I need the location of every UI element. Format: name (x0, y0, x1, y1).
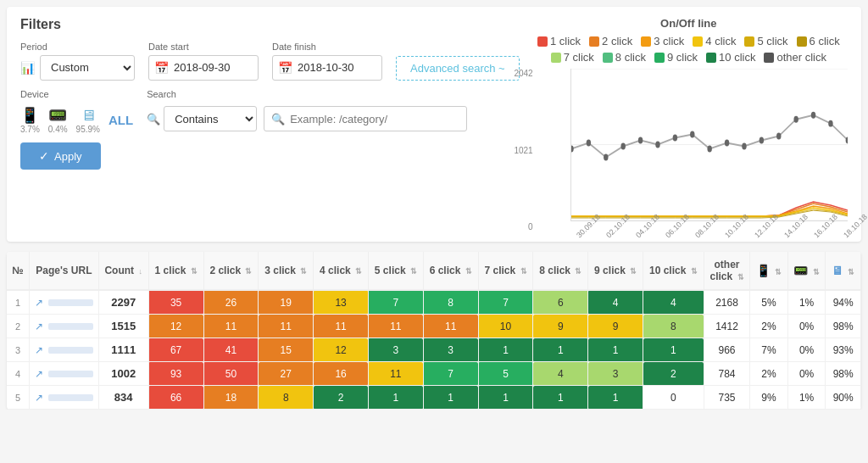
table-row: 4 ↗ 1002 935027161175432 784 2% 0% 98% (7, 362, 861, 386)
svg-point-13 (742, 143, 746, 150)
col-10click[interactable]: 10 click ⇅ (643, 252, 704, 290)
apply-button[interactable]: ✓ Apply (20, 142, 101, 170)
row-click-1: 93 (148, 362, 203, 386)
row-tablet: 1% (787, 290, 826, 315)
data-table: № Page's URL Count ↓ 1 click ⇅ 2 click ⇅… (7, 252, 861, 410)
8click-sort-icon: ⇅ (575, 267, 581, 276)
row-click-1: 66 (148, 386, 203, 410)
row-num: 3 (7, 338, 30, 362)
svg-point-4 (586, 140, 590, 147)
col-desktop[interactable]: 🖥 ⇅ (826, 252, 861, 290)
row-other: 1412 (704, 315, 750, 338)
row-url: ↗ (30, 362, 98, 386)
col-tablet[interactable]: 📟 ⇅ (787, 252, 826, 290)
url-bar (48, 347, 92, 354)
row-click-9: 3 (588, 362, 643, 386)
legend-5click: 5 click (744, 35, 787, 47)
period-icon: 📊 (20, 61, 35, 75)
row-count: 1111 (98, 338, 148, 362)
row-click-9: 4 (588, 290, 643, 315)
row-count: 2297 (98, 290, 148, 315)
advanced-search-group: Advanced search ~ (396, 56, 520, 81)
row-click-4: 13 (314, 290, 369, 315)
row-click-2: 50 (203, 362, 259, 386)
svg-point-17 (810, 112, 815, 119)
date-finish-label: Date finish (272, 42, 382, 52)
col-3click[interactable]: 3 click ⇅ (259, 252, 314, 290)
url-link-icon[interactable]: ↗ (35, 392, 43, 404)
col-6click[interactable]: 6 click ⇅ (423, 252, 478, 290)
date-finish-input[interactable] (298, 61, 374, 74)
chart-svg (571, 69, 848, 220)
col-1click[interactable]: 1 click ⇅ (148, 252, 203, 290)
col-9click[interactable]: 9 click ⇅ (588, 252, 643, 290)
legend-6click: 6 click (797, 35, 840, 47)
row-desktop: 90% (826, 386, 861, 410)
search-input[interactable] (290, 113, 459, 126)
row-click-9: 1 (588, 338, 643, 362)
all-devices-filter[interactable]: ALL (108, 113, 133, 127)
svg-point-3 (571, 145, 574, 152)
y-label-mid: 1021 (503, 146, 533, 155)
col-url: Page's URL (30, 252, 98, 290)
chart-title: On/Off line (530, 17, 848, 30)
search-input-icon: 🔍 (271, 113, 285, 126)
col-num: № (7, 252, 30, 290)
col-4click[interactable]: 4 click ⇅ (314, 252, 369, 290)
row-click-8: 6 (533, 290, 588, 315)
legend-otherclick: other click (764, 51, 826, 64)
row-click-10: 1 (643, 338, 704, 362)
row-url: ↗ (30, 290, 98, 315)
svg-point-18 (828, 120, 832, 127)
col-count[interactable]: Count ↓ (98, 252, 148, 290)
svg-point-15 (776, 133, 781, 140)
filters-panel: Filters Period 📊 Custom Last 7 days Last… (7, 7, 861, 242)
row-click-5: 1 (368, 386, 423, 410)
advanced-search-button[interactable]: Advanced search ~ (396, 56, 520, 81)
date-start-input[interactable] (174, 61, 250, 74)
desktop-device-filter[interactable]: 🖥 95.9% (76, 107, 100, 134)
chart-area (570, 69, 848, 221)
col-2click[interactable]: 2 click ⇅ (203, 252, 259, 290)
svg-point-5 (604, 153, 608, 160)
legend-dot-5click (744, 36, 754, 47)
row-click-3: 11 (259, 315, 314, 338)
row-click-10: 0 (643, 386, 704, 410)
tablet-header-icon: 📟 (793, 264, 808, 277)
contains-select[interactable]: Contains (164, 106, 257, 131)
url-link-icon[interactable]: ↗ (35, 368, 43, 380)
tablet-device-filter[interactable]: 📟 0.4% (48, 106, 68, 134)
row-count: 1515 (98, 315, 148, 338)
row-click-7: 5 (478, 362, 533, 386)
legend-dot-otherclick (764, 53, 774, 63)
row-count: 1002 (98, 362, 148, 386)
row-desktop: 93% (826, 338, 861, 362)
period-select[interactable]: Custom Last 7 days Last 30 days (40, 55, 135, 81)
col-7click[interactable]: 7 click ⇅ (478, 252, 533, 290)
row-click-4: 12 (314, 338, 369, 362)
row-click-5: 11 (368, 362, 423, 386)
date-start-label: Date start (148, 42, 259, 52)
y-label-bot: 0 (503, 222, 533, 232)
url-link-icon[interactable]: ↗ (35, 321, 43, 332)
row-mobile: 2% (750, 362, 788, 386)
row-click-9: 1 (588, 386, 643, 410)
row-click-2: 26 (203, 290, 259, 315)
col-mobile[interactable]: 📱 ⇅ (750, 252, 788, 290)
row-click-4: 16 (314, 362, 369, 386)
y-axis: 2042 1021 0 (503, 69, 533, 232)
url-link-icon[interactable]: ↗ (35, 344, 43, 356)
col-otherclick[interactable]: otherclick ⇅ (704, 252, 750, 290)
row-click-2: 18 (203, 386, 259, 410)
col-5click[interactable]: 5 click ⇅ (368, 252, 423, 290)
row-click-9: 9 (588, 315, 643, 338)
chart-panel: On/Off line 1 click 2 click 3 click (530, 17, 848, 232)
svg-point-11 (707, 145, 711, 152)
mobile-device-filter[interactable]: 📱 3.7% (20, 106, 40, 134)
row-click-7: 7 (478, 290, 533, 315)
url-link-icon[interactable]: ↗ (35, 297, 43, 309)
5click-sort-icon: ⇅ (410, 267, 417, 276)
url-bar (48, 299, 92, 306)
col-8click[interactable]: 8 click ⇅ (533, 252, 588, 290)
date-finish-group: Date finish 📅 (272, 42, 382, 81)
